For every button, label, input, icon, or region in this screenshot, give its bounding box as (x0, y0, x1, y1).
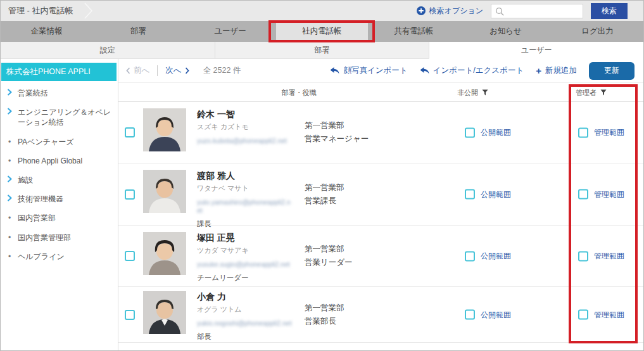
admin-column-cell: 管理範囲 (578, 127, 624, 138)
user-info: 鈴木 一智 スズキ カズトモ yuzo.kubota@phoneappli2.n… (197, 109, 300, 150)
private-checkbox[interactable] (465, 310, 475, 320)
user-email: yukio.nogoshi@phoneappli2.net (197, 319, 292, 328)
row-select-checkbox[interactable] (125, 310, 135, 320)
next-page-button[interactable]: 次へ (165, 65, 189, 76)
tab-user[interactable]: ユーザー (184, 21, 276, 42)
import-arrow-icon (420, 67, 429, 74)
public-range-link[interactable]: 公開範囲 (481, 127, 511, 138)
tree-item[interactable]: •国内営業部 (6, 208, 111, 227)
user-name: 渡部 雅人 (197, 170, 300, 182)
department-tree: 営業統括 エンジニアリング＆オペレーション統括 •PAベンチャーズ •Phone… (1, 82, 118, 266)
search-options-label: 検索オプション (429, 6, 483, 16)
private-checkbox[interactable] (465, 251, 475, 261)
subtab-department[interactable]: 部署 (215, 42, 429, 59)
user-kana: ツカダ マサアキ (197, 246, 300, 255)
chevron-right-icon (185, 67, 189, 74)
tab-notices[interactable]: お知らせ (460, 21, 552, 42)
bullet-icon: • (6, 233, 13, 242)
update-button[interactable]: 更新 (589, 62, 635, 80)
tab-department[interactable]: 部署 (92, 21, 184, 42)
user-department: 第一営業部 (305, 243, 353, 256)
public-range-link[interactable]: 公開範囲 (481, 309, 511, 320)
private-checkbox[interactable] (465, 189, 475, 200)
tree-item[interactable]: エンジニアリング＆オペレーション統括 (6, 103, 111, 132)
table-row: 渡部 雅人 ワタナベ マサト yuto.yamashiro@phoneappli… (118, 163, 643, 226)
bullet-icon: • (6, 137, 13, 146)
user-email: yuto.yamashiro@phoneappli2.net (197, 198, 292, 215)
tab-log-export[interactable]: ログ出力 (552, 21, 643, 42)
user-photo (143, 232, 186, 275)
filter-funnel-icon[interactable] (482, 89, 488, 96)
search-button[interactable]: 検索 (591, 3, 628, 19)
row-select-checkbox[interactable] (125, 127, 135, 137)
add-new-button[interactable]: + 新規追加 (536, 65, 577, 76)
pagination-divider (157, 65, 158, 76)
tree-item-label: 施設 (18, 175, 33, 185)
admin-checkbox[interactable] (578, 251, 588, 261)
tree-item-label: 技術管理機器 (18, 194, 63, 204)
tree-item[interactable]: 技術管理機器 (6, 189, 111, 208)
tree-item[interactable]: 営業統括 (6, 84, 111, 103)
public-range-link[interactable]: 公開範囲 (481, 251, 511, 262)
admin-range-link[interactable]: 管理範囲 (594, 127, 624, 138)
admin-range-link[interactable]: 管理範囲 (594, 251, 624, 262)
private-column-cell: 公開範囲 (465, 309, 511, 320)
tree-item-label: 営業統括 (18, 88, 48, 98)
import-export-button[interactable]: インポート/エクスポート (420, 65, 524, 76)
row-select-checkbox[interactable] (125, 189, 135, 200)
tree-item[interactable]: •ヘルプライン (6, 247, 111, 266)
tab-internal-directory[interactable]: 社内電話帳 (276, 21, 368, 42)
table-row: 塚田 正晃 ツカダ マサアキ yusuke.sugio@phoneappli2.… (118, 226, 643, 287)
admin-checkbox[interactable] (578, 127, 588, 137)
tab-shared-directory[interactable]: 共有電話帳 (368, 21, 460, 42)
chevron-right-icon (6, 89, 13, 96)
tree-item[interactable]: •国内営業管理部 (6, 228, 111, 247)
prev-page-button[interactable]: 前へ (126, 65, 149, 76)
tree-item-label: Phone Appli Global (18, 156, 82, 166)
user-extra-title: 部長 (197, 332, 300, 341)
admin-range-link[interactable]: 管理範囲 (594, 189, 624, 200)
admin-column-cell: 管理範囲 (578, 309, 624, 320)
user-title: 営業マネージャー (305, 132, 369, 146)
public-range-link[interactable]: 公開範囲 (481, 189, 511, 200)
user-name: 鈴木 一智 (197, 109, 300, 120)
admin-column-cell: 管理範囲 (578, 189, 624, 200)
search-input[interactable] (507, 4, 581, 18)
tree-item[interactable]: •Phone Appli Global (6, 151, 111, 170)
next-page-label: 次へ (165, 65, 181, 76)
user-title: 営業課長 (305, 195, 344, 208)
row-select-checkbox[interactable] (125, 251, 135, 261)
tree-item-label: 国内営業部 (18, 213, 56, 223)
tab-company-info[interactable]: 企業情報 (1, 21, 92, 42)
user-info: 小倉 力 オグラ ツトム yukio.nogoshi@phoneappli2.n… (197, 291, 300, 341)
chevron-right-icon (6, 176, 13, 182)
admin-checkbox[interactable] (578, 189, 588, 200)
user-kana: ワタナベ マサト (197, 184, 300, 193)
user-title: 営業リーダー (305, 256, 353, 269)
user-dept-block: 第一営業部 営業課長 (305, 181, 344, 208)
private-checkbox[interactable] (465, 127, 475, 137)
tree-item[interactable]: 施設 (6, 170, 111, 189)
tree-item-label: ヘルプライン (18, 252, 65, 262)
chevron-right-icon (6, 108, 13, 115)
top-bar: 管理 - 社内電話帳 検索オプション 検索 (1, 1, 643, 21)
company-root-node[interactable]: 株式会社PHONE APPLI (1, 63, 117, 81)
user-department: 第一営業部 (305, 301, 344, 314)
user-title: 営業部長 (305, 315, 344, 328)
total-count: 全 2522 件 (203, 65, 241, 76)
bullet-icon: • (6, 156, 13, 165)
filter-funnel-icon[interactable] (600, 89, 607, 96)
user-photo (143, 108, 186, 151)
photo-import-button[interactable]: 顔写真インポート (330, 65, 407, 76)
search-options-button[interactable]: 検索オプション (417, 6, 483, 16)
tree-item[interactable]: •PAベンチャーズ (6, 132, 111, 151)
subtab-user[interactable]: ユーザー (429, 42, 643, 59)
subtab-settings[interactable]: 設定 (1, 42, 215, 59)
user-name: 小倉 力 (197, 291, 300, 303)
admin-checkbox[interactable] (578, 310, 588, 320)
admin-range-link[interactable]: 管理範囲 (594, 309, 624, 320)
search-box (491, 4, 583, 18)
header-admin: 管理者 (576, 83, 607, 102)
pagination: 前へ 次へ 全 2522 件 (126, 65, 241, 76)
breadcrumb-chevron-icon (84, 2, 94, 20)
